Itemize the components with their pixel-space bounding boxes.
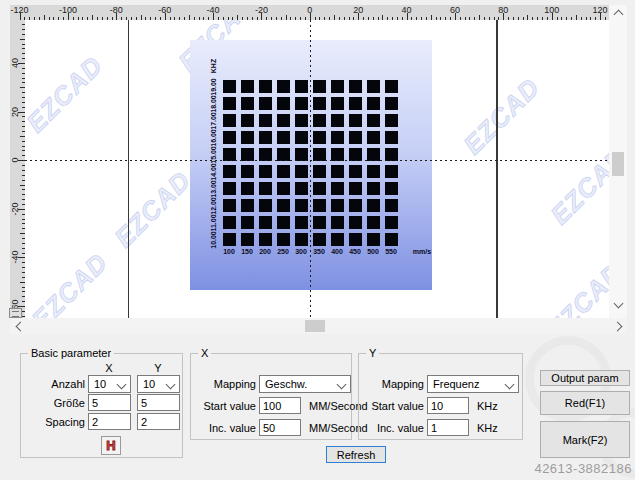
ezcad-param-window: -120-100-80-60-40-20020406080100120 4020… <box>0 0 635 480</box>
y-mapping-select[interactable]: Frequenz <box>427 375 519 393</box>
grid-square <box>241 216 254 229</box>
x-inc-value-label: Inc. value <box>191 422 256 434</box>
x-parameter-group: X Mapping Geschw. Start value MM/Second … <box>190 353 352 440</box>
anzahl-x-select[interactable]: 10 <box>88 375 131 393</box>
grid-square <box>277 199 290 212</box>
watermark-ezcad: EZCAD <box>25 45 115 145</box>
grid-square <box>259 199 272 212</box>
grid-square <box>313 131 326 144</box>
grid-square <box>223 233 236 246</box>
grid-square <box>313 182 326 195</box>
x-start-value-field[interactable] <box>259 397 301 414</box>
ruler-label: 100 <box>532 5 572 15</box>
scroll-down-icon[interactable] <box>612 297 624 309</box>
ruler-label: 0 <box>10 145 20 175</box>
mark-f2-button[interactable]: Mark(F2) <box>540 421 630 458</box>
grid-square <box>277 114 290 127</box>
refresh-button[interactable]: Refresh <box>326 446 386 463</box>
horizontal-scroll-thumb[interactable] <box>305 320 325 332</box>
grid-square <box>223 165 236 178</box>
scroll-up-icon[interactable] <box>612 8 624 20</box>
anzahl-x-value: 10 <box>94 378 106 390</box>
canvas-corner-icon[interactable] <box>9 308 22 318</box>
grid-square <box>295 199 308 212</box>
grid-square <box>295 233 308 246</box>
grid-square <box>349 216 362 229</box>
chevron-down-icon <box>166 379 176 389</box>
watermark-ezcad: EZCAD <box>452 67 552 167</box>
grid-square <box>295 97 308 110</box>
ruler-label: -20 <box>241 5 281 15</box>
basic-parameter-title: Basic parameter <box>28 347 114 359</box>
grid-square <box>313 216 326 229</box>
chevron-down-icon <box>337 379 347 389</box>
crosshair-vertical <box>310 20 311 318</box>
vertical-scrollbar[interactable] <box>609 5 627 318</box>
grid-square <box>259 233 272 246</box>
drawing-canvas[interactable]: EZCADEZCADEZCADEZCADEZCADEZCADEZCAD19.00… <box>25 20 609 318</box>
chevron-down-icon <box>505 379 515 389</box>
grid-square <box>331 233 344 246</box>
watermark-ezcad: EZCAD <box>535 252 609 318</box>
column-header-y: Y <box>148 362 168 374</box>
grid-square <box>331 182 344 195</box>
workfield-left-border <box>128 20 129 318</box>
grid-square <box>241 97 254 110</box>
grid-square <box>241 199 254 212</box>
ruler-label: 40 <box>10 48 20 78</box>
grid-square <box>349 233 362 246</box>
grid-square <box>223 182 236 195</box>
grid-square <box>295 182 308 195</box>
hatch-icon[interactable]: H <box>101 436 121 455</box>
grid-square <box>385 216 398 229</box>
grid-square <box>277 216 290 229</box>
y-start-value-field[interactable] <box>427 397 469 414</box>
y-parameter-group: Y Mapping Frequenz Start value KHz Inc. … <box>358 353 523 440</box>
ruler-horizontal: -120-100-80-60-40-20020406080100120 <box>10 5 609 20</box>
ruler-label: -80 <box>96 5 136 15</box>
x-group-title: X <box>198 347 211 359</box>
scroll-right-icon[interactable] <box>611 320 623 332</box>
y-mapping-value: Frequenz <box>433 378 479 390</box>
ruler-label: -20 <box>10 194 20 224</box>
grid-square <box>259 80 272 93</box>
output-param-button[interactable]: Output param <box>540 370 630 386</box>
grid-square <box>277 97 290 110</box>
grid-square <box>241 182 254 195</box>
ruler-label: 20 <box>338 5 378 15</box>
grid-square <box>277 165 290 178</box>
x-inc-value-field[interactable] <box>259 419 301 436</box>
red-f1-button[interactable]: Red(F1) <box>540 391 630 415</box>
grid-square <box>331 165 344 178</box>
spacing-x-field[interactable] <box>88 413 131 430</box>
grid-square <box>259 165 272 178</box>
grid-y-unit-label: KHZ <box>210 51 218 81</box>
scroll-left-icon[interactable] <box>14 320 26 332</box>
grid-square <box>349 165 362 178</box>
crosshair-horizontal <box>25 160 609 161</box>
grid-col-label: 550 <box>379 248 403 255</box>
anzahl-y-select[interactable]: 10 <box>137 375 180 393</box>
groesse-x-field[interactable] <box>88 394 131 411</box>
ruler-label: -40 <box>10 242 20 272</box>
grid-square <box>313 80 326 93</box>
y-inc-value-label: Inc. value <box>359 422 424 434</box>
spacing-y-field[interactable] <box>137 413 180 430</box>
grid-square <box>385 233 398 246</box>
vertical-scroll-thumb[interactable] <box>612 152 624 176</box>
grid-square <box>349 199 362 212</box>
x-mapping-select[interactable]: Geschw. <box>259 375 351 393</box>
y-start-value-label: Start value <box>359 400 424 412</box>
grid-square <box>385 182 398 195</box>
spacing-label: Spacing <box>21 416 85 428</box>
grid-square <box>385 199 398 212</box>
groesse-y-field[interactable] <box>137 394 180 411</box>
y-inc-value-field[interactable] <box>427 419 469 436</box>
watermark-id: 42613-3882186 <box>534 461 632 476</box>
grid-square <box>241 233 254 246</box>
grid-square <box>367 216 380 229</box>
grid-square <box>385 80 398 93</box>
grid-square <box>295 165 308 178</box>
grid-square <box>313 199 326 212</box>
horizontal-scrollbar[interactable] <box>10 318 627 334</box>
